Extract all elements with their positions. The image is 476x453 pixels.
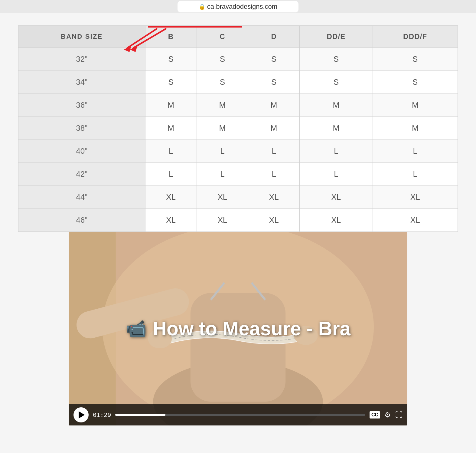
cell-32-dde: S — [300, 48, 373, 71]
main-content: BAND SIZE B C D DD/E DDD/F 32" S S S S S — [0, 13, 476, 438]
table-row: 42" L L L L L — [18, 163, 458, 186]
cell-36-c: M — [197, 94, 248, 117]
cell-32-d: S — [248, 48, 300, 71]
cell-44-c: XL — [197, 186, 248, 209]
dddf-header: DDD/F — [373, 26, 458, 48]
cell-32-dddf: S — [373, 48, 458, 71]
cell-40-c: L — [197, 140, 248, 163]
lock-icon: 🔒 — [199, 3, 205, 10]
cell-34-d: S — [248, 71, 300, 94]
c-header: C — [197, 26, 248, 48]
cell-36-b: M — [145, 94, 197, 117]
band-44: 44" — [18, 186, 145, 209]
video-controls-bar: 01:29 CC ⚙ ⛶ — [69, 404, 407, 425]
cell-36-d: M — [248, 94, 300, 117]
dde-header: DD/E — [300, 26, 373, 48]
cell-32-c: S — [197, 48, 248, 71]
band-40: 40" — [18, 140, 145, 163]
table-row: 44" XL XL XL XL XL — [18, 186, 458, 209]
cell-44-d: XL — [248, 186, 300, 209]
table-row: 34" S S S S S — [18, 71, 458, 94]
cell-42-b: L — [145, 163, 197, 186]
progress-bar[interactable] — [115, 414, 365, 416]
size-chart-header: BAND SIZE B C D DD/E DDD/F — [18, 26, 458, 48]
cell-40-b: L — [145, 140, 197, 163]
video-camera-icon: 📹 — [126, 319, 147, 339]
fullscreen-icon[interactable]: ⛶ — [395, 411, 403, 419]
browser-bar: 🔒 ca.bravadodesigns.com — [0, 0, 476, 13]
size-chart-table: BAND SIZE B C D DD/E DDD/F 32" S S S S S — [18, 25, 458, 232]
cell-44-dddf: XL — [373, 186, 458, 209]
cell-46-b: XL — [145, 209, 197, 232]
band-46: 46" — [18, 209, 145, 232]
table-row: 46" XL XL XL XL XL — [18, 209, 458, 232]
size-chart-container: BAND SIZE B C D DD/E DDD/F 32" S S S S S — [18, 25, 458, 232]
play-button[interactable] — [73, 407, 89, 422]
cell-36-dddf: M — [373, 94, 458, 117]
play-icon — [79, 411, 85, 419]
header-row: BAND SIZE B C D DD/E DDD/F — [18, 26, 458, 48]
cell-40-dde: L — [300, 140, 373, 163]
table-row: 36" M M M M M — [18, 94, 458, 117]
cell-36-dde: M — [300, 94, 373, 117]
control-icons-group: CC ⚙ ⛶ — [370, 411, 403, 419]
video-container[interactable]: 📹 How to Measure - Bra 01:29 CC ⚙ ⛶ — [69, 232, 407, 425]
cell-44-b: XL — [145, 186, 197, 209]
cell-46-dddf: XL — [373, 209, 458, 232]
cell-40-d: L — [248, 140, 300, 163]
svg-rect-8 — [191, 293, 285, 402]
settings-icon[interactable]: ⚙ — [384, 411, 391, 419]
cell-34-c: S — [197, 71, 248, 94]
cell-38-dde: M — [300, 117, 373, 140]
cell-34-b: S — [145, 71, 197, 94]
cell-46-d: XL — [248, 209, 300, 232]
cell-46-dde: XL — [300, 209, 373, 232]
table-row: 40" L L L L L — [18, 140, 458, 163]
cell-38-d: M — [248, 117, 300, 140]
cell-34-dde: S — [300, 71, 373, 94]
cell-38-dddf: M — [373, 117, 458, 140]
band-size-header: BAND SIZE — [18, 26, 145, 48]
d-header: D — [248, 26, 300, 48]
url-bar[interactable]: 🔒 ca.bravadodesigns.com — [178, 1, 298, 12]
table-row: 38" M M M M M — [18, 117, 458, 140]
b-header: B — [145, 26, 197, 48]
time-display: 01:29 — [93, 411, 111, 419]
cell-32-b: S — [145, 48, 197, 71]
band-42: 42" — [18, 163, 145, 186]
cell-42-dddf: L — [373, 163, 458, 186]
url-text: ca.bravadodesigns.com — [207, 3, 277, 11]
cell-34-dddf: S — [373, 71, 458, 94]
band-34: 34" — [18, 71, 145, 94]
cell-42-c: L — [197, 163, 248, 186]
cc-button[interactable]: CC — [370, 411, 380, 419]
cell-44-dde: XL — [300, 186, 373, 209]
cell-38-b: M — [145, 117, 197, 140]
cell-42-dde: L — [300, 163, 373, 186]
video-title-text: How to Measure - Bra — [153, 317, 350, 340]
band-38: 38" — [18, 117, 145, 140]
cell-46-c: XL — [197, 209, 248, 232]
table-row: 32" S S S S S — [18, 48, 458, 71]
cell-38-c: M — [197, 117, 248, 140]
progress-bar-fill — [115, 414, 165, 416]
band-36: 36" — [18, 94, 145, 117]
cell-42-d: L — [248, 163, 300, 186]
cell-40-dddf: L — [373, 140, 458, 163]
band-32: 32" — [18, 48, 145, 71]
video-title-overlay: 📹 How to Measure - Bra — [126, 317, 350, 340]
size-chart-body: 32" S S S S S 34" S S S S S — [18, 48, 458, 232]
